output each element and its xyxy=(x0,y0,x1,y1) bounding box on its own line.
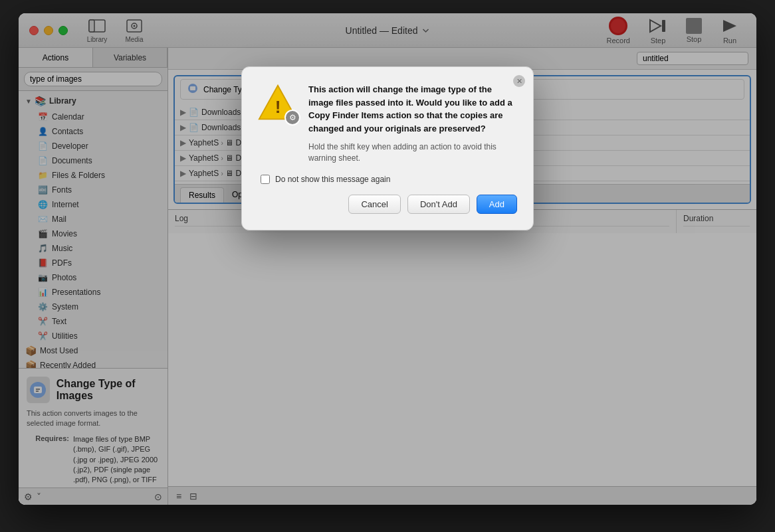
dont-show-label: Do not show this message again xyxy=(275,175,390,184)
modal-body: ! ⚙ This action will change the image ty… xyxy=(258,83,517,164)
main-window: Library Media Untitled — Edited xyxy=(19,13,756,505)
modal-buttons: Cancel Don't Add Add xyxy=(258,195,517,214)
cancel-button[interactable]: Cancel xyxy=(348,195,400,214)
modal-checkbox-row: Do not show this message again xyxy=(258,175,517,184)
svg-text:!: ! xyxy=(275,97,281,117)
modal-text: This action will change the image type o… xyxy=(308,83,517,164)
modal-overlay: ✕ ! ⚙ This action will change the image … xyxy=(19,13,756,505)
add-button[interactable]: Add xyxy=(477,195,517,214)
gear-badge-icon: ⚙ xyxy=(284,110,300,126)
modal-hint: Hold the shift key when adding an action… xyxy=(308,141,517,164)
modal-dialog: ✕ ! ⚙ This action will change the image … xyxy=(241,66,534,230)
modal-close-button[interactable]: ✕ xyxy=(513,75,525,87)
modal-title: This action will change the image type o… xyxy=(308,83,517,135)
warning-icon: ! ⚙ xyxy=(258,83,298,123)
dont-show-checkbox[interactable] xyxy=(261,175,270,184)
dont-add-button[interactable]: Don't Add xyxy=(407,195,470,214)
